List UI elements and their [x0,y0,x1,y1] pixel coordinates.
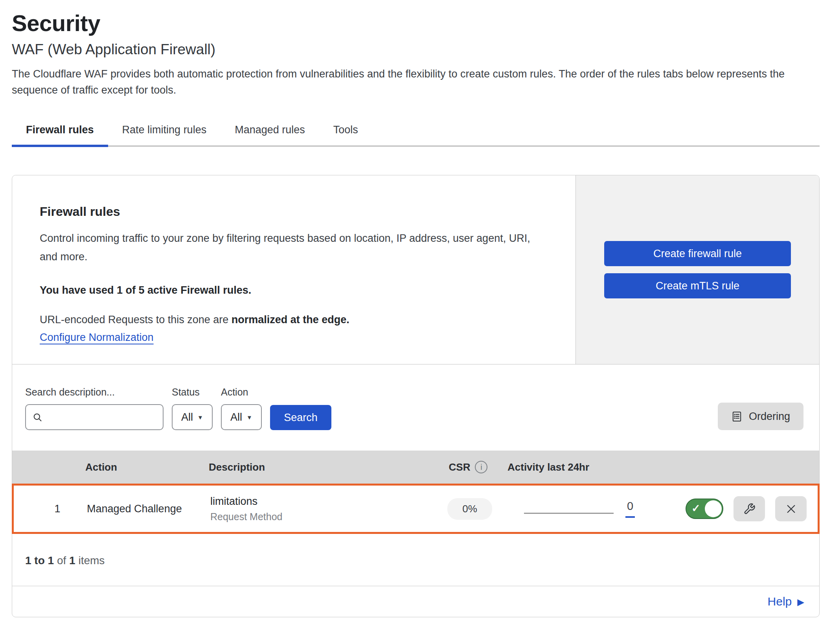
tab-rate-limiting-rules[interactable]: Rate limiting rules [108,123,221,145]
check-icon: ✓ [691,502,700,515]
pagination-summary: 1 to 1 of 1 items [12,534,819,586]
activity-count-link[interactable]: 0 [625,500,635,518]
header-csr-label: CSR [449,461,471,473]
search-input[interactable] [47,411,156,424]
search-field [25,404,164,430]
edit-rule-button[interactable] [734,496,765,521]
table-header-row: Action Description CSR i Activity last 2… [12,451,819,484]
rule-csr-cell: 0% [447,498,492,520]
status-filter-group: Status All ▼ [172,386,213,430]
card-actions-panel: Create firewall rule Create mTLS rule [575,175,819,364]
close-icon [784,502,798,516]
info-icon[interactable]: i [475,461,487,473]
rule-enabled-toggle[interactable]: ✓ [686,499,723,519]
rule-action: Managed Challenge [87,503,205,515]
card-top-section: Firewall rules Control incoming traffic … [12,175,819,364]
summary-range: 1 to 1 [25,554,54,567]
rule-activity-cell: 0 [509,500,647,518]
tab-managed-rules[interactable]: Managed rules [221,123,319,145]
search-icon [32,412,43,423]
card-heading: Firewall rules [40,204,544,219]
configure-normalization-link[interactable]: Configure Normalization [40,331,154,344]
tab-firewall-rules[interactable]: Firewall rules [12,123,108,145]
arrow-right-icon: ▶ [797,597,804,607]
firewall-rules-info: Firewall rules Control incoming traffic … [12,175,575,364]
firewall-rules-card: Firewall rules Control incoming traffic … [12,175,820,617]
search-button[interactable]: Search [270,405,331,430]
wrench-icon [743,503,756,515]
summary-of: of [54,554,69,567]
help-row: Help ▶ [12,586,819,617]
status-dropdown-value: All [181,411,193,423]
page-description: The Cloudflare WAF provides both automat… [12,66,818,98]
ordering-button[interactable]: Ordering [718,403,803,430]
header-description: Description [203,461,429,473]
rule-description[interactable]: limitations [210,495,430,508]
action-dropdown[interactable]: All ▼ [221,404,262,430]
normalization-prefix: URL-encoded Requests to this zone are [40,314,232,326]
action-filter-group: Action All ▼ [221,386,262,430]
tab-bar: Firewall rules Rate limiting rules Manag… [12,123,820,147]
page-title: Security [12,10,820,36]
summary-items: items [75,554,105,567]
help-link[interactable]: Help ▶ [768,595,804,608]
toggle-knob [705,500,722,517]
search-label: Search description... [25,386,164,398]
normalization-text: URL-encoded Requests to this zone are no… [40,314,544,326]
tab-tools[interactable]: Tools [319,123,372,145]
usage-text: You have used 1 of 5 active Firewall rul… [40,284,544,296]
normalization-bold: normalized at the edge. [232,314,349,326]
rule-description-cell: limitations Request Method [205,495,430,523]
ordering-button-label: Ordering [749,410,790,423]
chevron-down-icon: ▼ [246,414,252,421]
rule-expression-summary: Request Method [210,511,430,523]
header-csr: CSR i [449,461,488,473]
action-label: Action [221,386,262,398]
header-action: Action [85,461,203,473]
chevron-down-icon: ▼ [197,414,203,421]
action-dropdown-value: All [230,411,242,423]
ordering-list-icon [731,411,743,422]
status-label: Status [172,386,213,398]
status-dropdown[interactable]: All ▼ [172,404,213,430]
page-subtitle: WAF (Web Application Firewall) [12,41,820,58]
rule-priority: 1 [28,503,87,515]
csr-badge: 0% [447,498,492,520]
table-row: 1 Managed Challenge limitations Request … [12,484,820,534]
filter-bar: Search description... Status All ▼ [12,364,819,430]
help-label: Help [768,595,792,608]
activity-sparkline [524,513,614,514]
create-firewall-rule-button[interactable]: Create firewall rule [604,241,791,266]
summary-total: 1 [69,554,75,567]
header-activity: Activity last 24hr [507,461,645,473]
delete-rule-button[interactable] [775,496,807,521]
rule-controls: ✓ [647,496,807,521]
security-waf-page: Security WAF (Web Application Firewall) … [0,0,831,617]
search-filter-group: Search description... [25,386,164,430]
card-description: Control incoming traffic to your zone by… [40,229,544,266]
create-mtls-rule-button[interactable]: Create mTLS rule [604,273,791,298]
